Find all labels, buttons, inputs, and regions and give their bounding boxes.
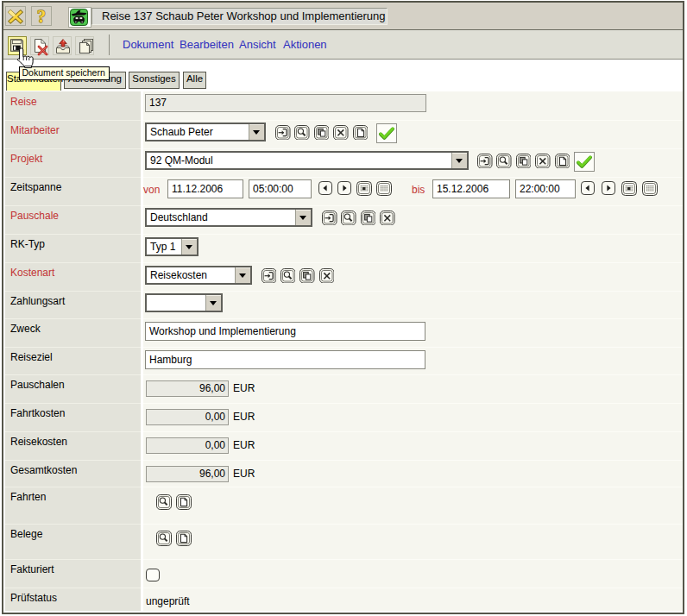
svg-text:?: ? bbox=[37, 7, 46, 25]
